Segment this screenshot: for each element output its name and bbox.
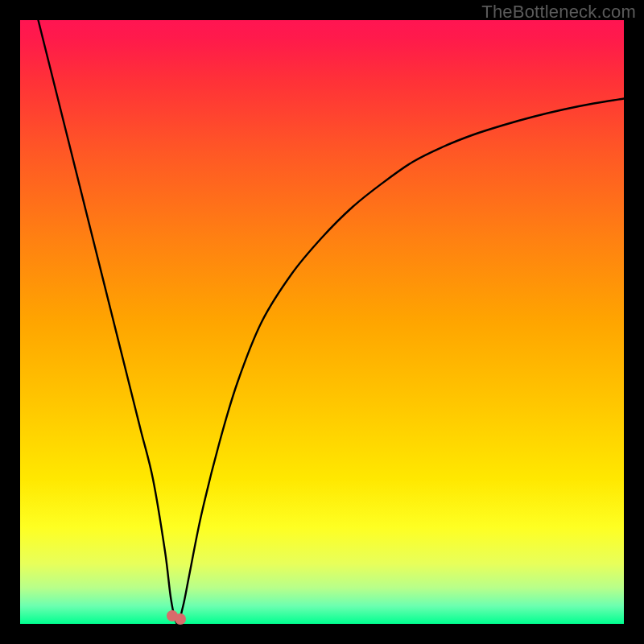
bottleneck-curve	[20, 20, 624, 624]
chart-frame: TheBottleneck.com	[0, 0, 644, 644]
optimal-point-b	[175, 613, 186, 625]
plot-area	[20, 20, 624, 624]
watermark-text: TheBottleneck.com	[481, 2, 636, 23]
